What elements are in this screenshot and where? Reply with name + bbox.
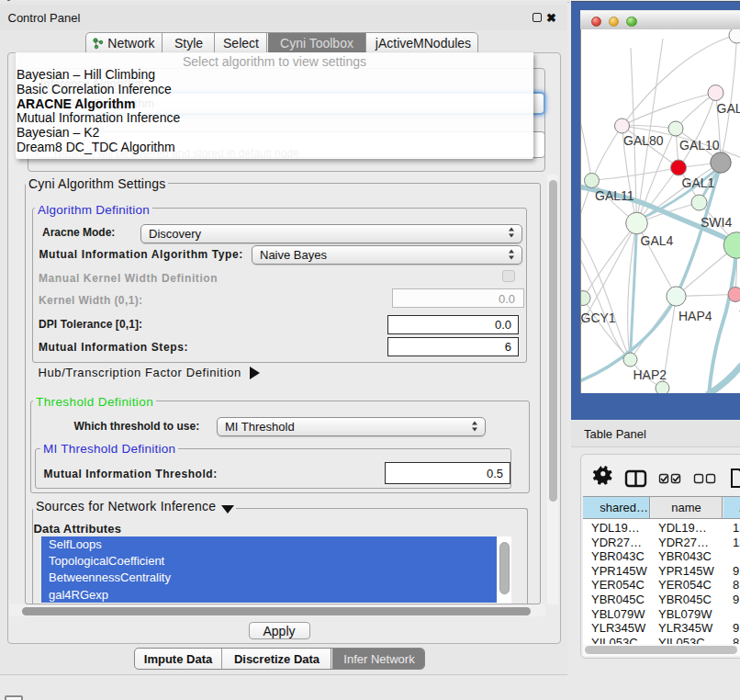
svg-text:GAL7: GAL7 (717, 101, 740, 116)
svg-text:GAL4: GAL4 (641, 233, 674, 248)
svg-text:GAL11: GAL11 (595, 188, 634, 203)
svg-text:GCY1: GCY1 (581, 310, 616, 325)
svg-text:SWI4: SWI4 (701, 215, 732, 230)
svg-text:GAL80: GAL80 (623, 133, 664, 148)
svg-text:HAP4: HAP4 (678, 309, 712, 323)
svg-text:GAL1: GAL1 (682, 175, 715, 190)
svg-text:HAP2: HAP2 (633, 367, 667, 382)
svg-text:GAL10: GAL10 (679, 138, 720, 152)
